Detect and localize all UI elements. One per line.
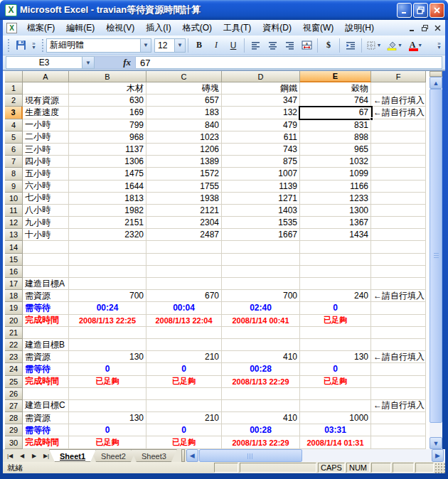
font-name-combo[interactable]: 新細明體 ▼ [46, 38, 151, 53]
row-header-26[interactable]: 26 [5, 388, 23, 400]
column-header-D[interactable]: D [222, 71, 300, 82]
cell-D16[interactable] [222, 266, 300, 278]
row-header-18[interactable]: 18 [5, 290, 23, 302]
cell-E18[interactable]: 240 [300, 290, 371, 302]
name-box[interactable]: E3 [6, 56, 82, 69]
cell-A2[interactable]: 現有資源 [23, 95, 69, 107]
cell-E2[interactable]: 764 [300, 95, 371, 107]
window-minimize-button[interactable] [406, 23, 418, 33]
cell-B6[interactable]: 1137 [69, 144, 146, 156]
cell-B23[interactable]: 130 [69, 351, 146, 363]
cell-F24[interactable] [371, 363, 426, 375]
window-restore-button[interactable] [419, 23, 431, 33]
toolbar-grip[interactable] [6, 38, 10, 53]
cell-A13[interactable]: 十小時 [23, 229, 69, 241]
cell-F14[interactable] [371, 241, 426, 253]
row-header-22[interactable]: 22 [5, 339, 23, 351]
cell-F26[interactable] [371, 388, 426, 400]
scroll-down-button[interactable]: ▼ [430, 437, 442, 449]
cell-B19[interactable]: 00:24 [69, 302, 146, 314]
cell-D2[interactable]: 347 [222, 95, 300, 107]
select-all-corner[interactable] [5, 71, 23, 82]
cell-A25[interactable]: 完成時間 [23, 376, 69, 388]
cell-B26[interactable] [69, 388, 146, 400]
cell-F21[interactable] [371, 327, 426, 339]
row-header-20[interactable]: 20 [5, 315, 23, 327]
menu-item-6[interactable]: 資料(D) [257, 21, 297, 36]
cell-D14[interactable] [222, 241, 300, 253]
fill-color-dropdown-icon[interactable]: ▼ [398, 43, 402, 48]
cell-C21[interactable] [146, 327, 222, 339]
cell-C3[interactable]: 183 [146, 107, 222, 119]
cell-F23[interactable]: ←請自行填入 [371, 351, 426, 363]
cell-C30[interactable]: 已足夠 [146, 436, 222, 448]
cell-C10[interactable]: 1938 [146, 193, 222, 205]
cell-E6[interactable]: 965 [300, 144, 371, 156]
cell-B24[interactable]: 0 [69, 363, 146, 375]
cell-F16[interactable] [371, 266, 426, 278]
cell-B16[interactable] [69, 266, 146, 278]
cell-A9[interactable]: 六小時 [23, 181, 69, 193]
cell-E11[interactable]: 1300 [300, 205, 371, 217]
scroll-left-button[interactable]: ◀ [186, 449, 198, 462]
prev-sheet-button[interactable]: ◀ [16, 451, 28, 461]
cell-F7[interactable] [371, 156, 426, 168]
cell-D23[interactable]: 410 [222, 351, 300, 363]
cell-A10[interactable]: 七小時 [23, 193, 69, 205]
cell-F18[interactable]: ←請自行填入 [371, 290, 426, 302]
row-header-8[interactable]: 8 [5, 168, 23, 180]
decrease-indent-button[interactable] [343, 38, 358, 53]
menu-item-4[interactable]: 格式(O) [177, 21, 218, 36]
cell-B21[interactable] [69, 327, 146, 339]
row-header-29[interactable]: 29 [5, 424, 23, 436]
next-sheet-button[interactable]: ▶ [28, 451, 40, 461]
resize-grip[interactable] [435, 462, 445, 473]
borders-dropdown-icon[interactable]: ▼ [377, 43, 382, 48]
cell-D6[interactable]: 743 [222, 144, 300, 156]
row-header-24[interactable]: 24 [5, 363, 23, 375]
cell-B5[interactable]: 968 [69, 131, 146, 144]
cell-F25[interactable] [371, 376, 426, 388]
cell-C25[interactable]: 已足夠 [146, 376, 222, 388]
cell-A20[interactable]: 完成時間 [23, 315, 69, 327]
cell-A11[interactable]: 八小時 [23, 205, 69, 217]
window-close-button[interactable] [432, 23, 444, 33]
cell-F13[interactable] [371, 229, 426, 241]
cell-B3[interactable]: 169 [69, 107, 146, 119]
cell-E22[interactable] [300, 339, 371, 351]
split-box[interactable] [430, 71, 442, 77]
cell-C29[interactable]: 0 [146, 424, 222, 436]
bold-button[interactable]: B [191, 38, 207, 53]
cell-D11[interactable]: 1403 [222, 205, 300, 217]
menu-item-2[interactable]: 檢視(V) [100, 21, 140, 36]
menu-item-5[interactable]: 工具(T) [218, 21, 257, 36]
cell-C9[interactable]: 1755 [146, 181, 222, 193]
cell-A3[interactable]: 生產速度 [23, 107, 69, 119]
fill-color-button[interactable]: ▼ [385, 38, 405, 53]
row-header-5[interactable]: 5 [5, 131, 23, 144]
cell-F17[interactable] [371, 278, 426, 290]
cell-E3[interactable]: 67 [300, 107, 371, 119]
cell-D27[interactable] [222, 400, 300, 412]
cell-B14[interactable] [69, 241, 146, 253]
cell-E25[interactable]: 已足夠 [300, 376, 371, 388]
row-header-10[interactable]: 10 [5, 193, 23, 205]
close-button[interactable] [430, 3, 444, 18]
cell-C12[interactable]: 2304 [146, 217, 222, 229]
scroll-right-button[interactable]: ▶ [432, 449, 444, 462]
cell-B4[interactable]: 799 [69, 119, 146, 131]
font-size-dropdown-icon[interactable]: ▼ [174, 39, 185, 52]
menu-item-0[interactable]: 檔案(F) [21, 21, 60, 36]
currency-button[interactable]: $ [321, 38, 336, 53]
insert-function-icon[interactable]: fx [123, 57, 131, 68]
cell-C1[interactable]: 磚塊 [146, 82, 222, 95]
cell-C27[interactable] [146, 400, 222, 412]
cell-D7[interactable]: 875 [222, 156, 300, 168]
cell-D29[interactable]: 00:28 [222, 424, 300, 436]
row-header-6[interactable]: 6 [5, 144, 23, 156]
horizontal-scrollbar[interactable]: ◀ ▶ [186, 449, 445, 462]
cell-B12[interactable]: 2151 [69, 217, 146, 229]
cell-F5[interactable] [371, 131, 426, 144]
cell-E28[interactable]: 1000 [300, 412, 371, 424]
cell-F15[interactable] [371, 254, 426, 266]
